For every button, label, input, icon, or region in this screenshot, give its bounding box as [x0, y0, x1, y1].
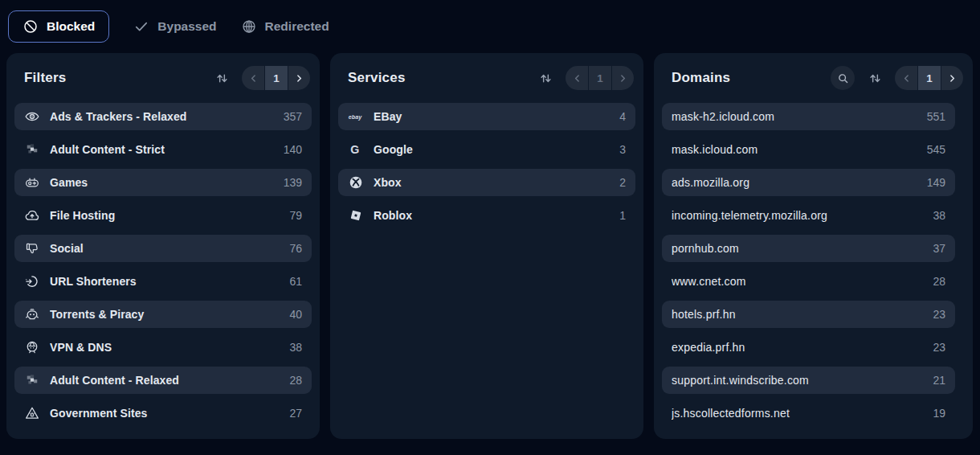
roblox-icon — [348, 207, 364, 223]
next-page-button[interactable] — [941, 66, 963, 90]
services-list: EBay 4 Google 3 Xbox 2 Roblox 1 — [338, 103, 635, 229]
incognito-icon — [24, 339, 40, 355]
list-item-www-cnet-com[interactable]: www.cnet.com 28 — [662, 268, 955, 295]
filters-panel-title: Filters — [24, 70, 210, 86]
pixelated-icon — [24, 141, 40, 158]
list-item-expedia-prf-hn[interactable]: expedia.prf.hn 23 — [662, 334, 955, 361]
list-item-vpn-dns[interactable]: VPN & DNS 38 — [14, 334, 312, 361]
list-item-file-hosting[interactable]: File Hosting 79 — [14, 202, 312, 229]
row-count: 3 — [619, 143, 626, 156]
list-item-mask-icloud-com[interactable]: mask.icloud.com 545 — [662, 136, 955, 163]
list-item-incoming-telemetry-mozilla-org[interactable]: incoming.telemetry.mozilla.org 38 — [662, 202, 955, 229]
list-item-url-shorteners[interactable]: URL Shorteners 61 — [14, 268, 312, 295]
filters-panel-header: Filters 1 — [14, 64, 312, 90]
row-count: 79 — [289, 209, 302, 222]
row-count: 61 — [289, 275, 302, 288]
list-item-mask-h2-icloud-com[interactable]: mask-h2.icloud.com 551 — [662, 103, 955, 130]
services-panel: Services 1 EBay 4 Google 3 Xbox 2 Roblox — [330, 53, 643, 439]
domains-panel: Domains 1 mask-h2.icloud.com 551 mask.ic… — [654, 53, 973, 439]
prev-page-button[interactable] — [566, 66, 588, 90]
row-count: 139 — [284, 176, 302, 189]
check-icon — [133, 18, 149, 35]
row-count: 19 — [933, 407, 945, 420]
next-page-button[interactable] — [288, 66, 310, 90]
tab-blocked[interactable]: Blocked — [8, 10, 109, 43]
gamepad-icon — [24, 174, 40, 191]
tab-redirected[interactable]: Redirected — [241, 11, 329, 42]
sort-icon — [214, 71, 230, 86]
status-tab-bar: Blocked Bypassed Redirected — [0, 0, 980, 53]
list-item-ads-trackers-relaxed[interactable]: Ads & Trackers - Relaxed 357 — [14, 103, 312, 130]
list-item-ads-mozilla-org[interactable]: ads.mozilla.org 149 — [662, 169, 955, 196]
list-item-adult-content-relaxed[interactable]: Adult Content - Relaxed 28 — [14, 367, 312, 394]
list-item-js-hscollectedforms-net[interactable]: js.hscollectedforms.net 19 — [662, 400, 955, 427]
row-count: 1 — [619, 209, 626, 222]
filters-panel-controls: 1 — [210, 66, 310, 90]
list-item-support-int-windscribe-com[interactable]: support.int.windscribe.com 21 — [662, 367, 955, 394]
row-count: 28 — [289, 374, 302, 387]
chevron-left-icon — [571, 72, 583, 84]
list-item-xbox[interactable]: Xbox 2 — [338, 169, 635, 196]
prev-page-button[interactable] — [895, 66, 917, 90]
chevron-left-icon — [247, 72, 259, 84]
row-count: 2 — [619, 176, 626, 189]
list-item-hotels-prf-hn[interactable]: hotels.prf.hn 23 — [662, 301, 955, 328]
sort-icon — [868, 71, 883, 86]
chevron-left-icon — [900, 72, 913, 84]
list-item-google[interactable]: Google 3 — [338, 136, 635, 163]
list-item-adult-content-strict[interactable]: Adult Content - Strict 140 — [14, 136, 312, 163]
filters-list: Ads & Trackers - Relaxed 357 Adult Conte… — [14, 103, 312, 427]
ebay-icon — [348, 109, 364, 125]
row-count: 37 — [933, 242, 945, 255]
row-count: 38 — [933, 209, 945, 222]
sort-button[interactable] — [533, 66, 557, 90]
filters-pagination: 1 — [242, 66, 310, 90]
skull-icon — [24, 306, 40, 322]
list-item-ebay[interactable]: EBay 4 — [338, 103, 635, 130]
search-icon — [836, 72, 850, 85]
chevron-right-icon — [946, 72, 958, 84]
list-item-torrents-piracy[interactable]: Torrents & Piracy 40 — [14, 301, 312, 328]
pixelated-icon — [24, 372, 40, 388]
row-count: 545 — [927, 143, 945, 156]
xbox-icon — [348, 174, 364, 191]
domains-list: mask-h2.icloud.com 551 mask.icloud.com 5… — [662, 103, 955, 427]
list-item-social[interactable]: Social 76 — [14, 235, 312, 262]
domains-panel-title: Domains — [672, 70, 831, 86]
row-count: 76 — [289, 242, 302, 255]
google-icon — [348, 141, 364, 158]
row-count: 551 — [927, 110, 945, 123]
list-item-roblox[interactable]: Roblox 1 — [338, 202, 635, 229]
list-item-pornhub-com[interactable]: pornhub.com 37 — [662, 235, 955, 262]
filters-panel: Filters 1 Ads & Trackers - Relaxed 357 A… — [6, 53, 320, 439]
page-number: 1 — [264, 66, 288, 90]
globe-icon — [241, 18, 257, 35]
row-count: 40 — [289, 308, 302, 321]
row-count: 357 — [284, 110, 302, 123]
row-count: 23 — [933, 308, 945, 321]
list-item-government-sites[interactable]: Government Sites 27 — [14, 400, 312, 427]
tab-bypassed[interactable]: Bypassed — [133, 11, 216, 42]
cloud-upload-icon — [24, 207, 40, 223]
blocked-icon — [22, 18, 39, 35]
search-button[interactable] — [831, 66, 855, 90]
domains-panel-controls: 1 — [831, 66, 963, 90]
sort-button[interactable] — [210, 66, 234, 90]
sort-button[interactable] — [863, 66, 887, 90]
services-panel-header: Services 1 — [338, 64, 635, 90]
list-item-games[interactable]: Games 139 — [14, 169, 312, 196]
page-number: 1 — [917, 66, 941, 90]
row-count: 4 — [619, 110, 626, 123]
row-count: 38 — [289, 341, 302, 354]
domains-pagination: 1 — [895, 66, 963, 90]
row-count: 21 — [933, 374, 945, 387]
next-page-button[interactable] — [611, 66, 634, 90]
chevron-right-icon — [617, 72, 629, 84]
prev-page-button[interactable] — [242, 66, 264, 90]
row-count: 27 — [289, 407, 302, 420]
domains-panel-header: Domains 1 — [662, 64, 965, 90]
url-arrow-icon — [24, 273, 40, 289]
sort-icon — [538, 71, 553, 86]
services-panel-controls: 1 — [533, 66, 634, 90]
pyramid-eye-icon — [24, 405, 40, 421]
